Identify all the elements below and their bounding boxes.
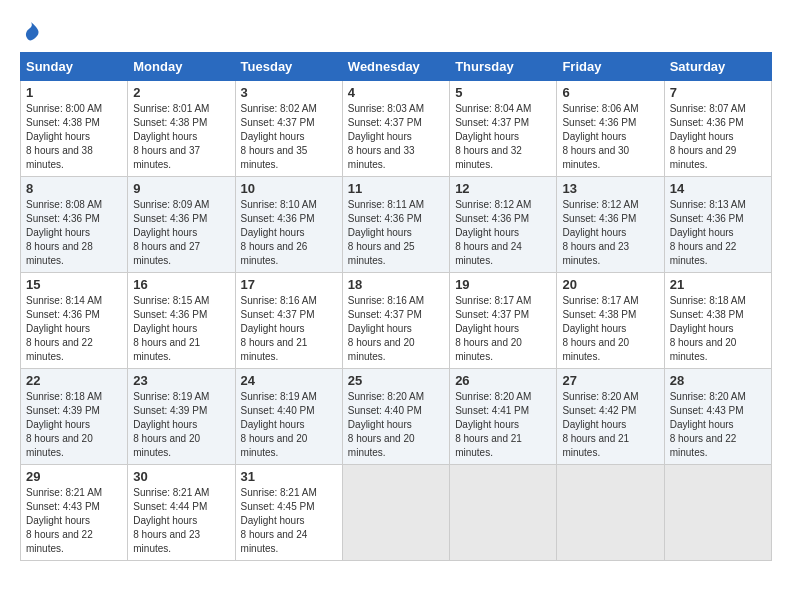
day-number: 13 bbox=[562, 181, 658, 196]
sunset-label: Sunset: 4:40 PM bbox=[241, 405, 315, 416]
day-info: Sunrise: 8:04 AM Sunset: 4:37 PM Dayligh… bbox=[455, 102, 551, 172]
day-number: 31 bbox=[241, 469, 337, 484]
header bbox=[20, 20, 772, 42]
calendar-cell: 23 Sunrise: 8:19 AM Sunset: 4:39 PM Dayl… bbox=[128, 369, 235, 465]
sunset-label: Sunset: 4:39 PM bbox=[26, 405, 100, 416]
calendar-cell: 25 Sunrise: 8:20 AM Sunset: 4:40 PM Dayl… bbox=[342, 369, 449, 465]
sunrise-label: Sunrise: 8:11 AM bbox=[348, 199, 424, 210]
sunrise-label: Sunrise: 8:08 AM bbox=[26, 199, 102, 210]
sunset-label: Sunset: 4:36 PM bbox=[133, 213, 207, 224]
day-info: Sunrise: 8:07 AM Sunset: 4:36 PM Dayligh… bbox=[670, 102, 766, 172]
day-number: 30 bbox=[133, 469, 229, 484]
sunrise-label: Sunrise: 8:16 AM bbox=[241, 295, 317, 306]
day-info: Sunrise: 8:20 AM Sunset: 4:43 PM Dayligh… bbox=[670, 390, 766, 460]
daylight-value: 8 hours and 20 minutes. bbox=[133, 433, 200, 458]
daylight-label: Daylight hours bbox=[133, 227, 197, 238]
daylight-value: 8 hours and 21 minutes. bbox=[455, 433, 522, 458]
day-info: Sunrise: 8:06 AM Sunset: 4:36 PM Dayligh… bbox=[562, 102, 658, 172]
day-number: 7 bbox=[670, 85, 766, 100]
daylight-label: Daylight hours bbox=[562, 227, 626, 238]
sunrise-label: Sunrise: 8:21 AM bbox=[26, 487, 102, 498]
sunrise-label: Sunrise: 8:03 AM bbox=[348, 103, 424, 114]
daylight-label: Daylight hours bbox=[670, 419, 734, 430]
day-number: 25 bbox=[348, 373, 444, 388]
sunset-label: Sunset: 4:37 PM bbox=[455, 117, 529, 128]
daylight-label: Daylight hours bbox=[670, 323, 734, 334]
daylight-label: Daylight hours bbox=[241, 323, 305, 334]
sunrise-label: Sunrise: 8:17 AM bbox=[455, 295, 531, 306]
day-number: 9 bbox=[133, 181, 229, 196]
day-info: Sunrise: 8:19 AM Sunset: 4:40 PM Dayligh… bbox=[241, 390, 337, 460]
logo bbox=[20, 20, 42, 42]
daylight-value: 8 hours and 38 minutes. bbox=[26, 145, 93, 170]
daylight-label: Daylight hours bbox=[348, 419, 412, 430]
sunrise-label: Sunrise: 8:02 AM bbox=[241, 103, 317, 114]
page-container: SundayMondayTuesdayWednesdayThursdayFrid… bbox=[20, 20, 772, 561]
calendar-cell bbox=[557, 465, 664, 561]
daylight-value: 8 hours and 22 minutes. bbox=[26, 529, 93, 554]
calendar-body: 1 Sunrise: 8:00 AM Sunset: 4:38 PM Dayli… bbox=[21, 81, 772, 561]
day-number: 26 bbox=[455, 373, 551, 388]
sunset-label: Sunset: 4:37 PM bbox=[241, 309, 315, 320]
calendar-header: SundayMondayTuesdayWednesdayThursdayFrid… bbox=[21, 53, 772, 81]
day-info: Sunrise: 8:14 AM Sunset: 4:36 PM Dayligh… bbox=[26, 294, 122, 364]
daylight-label: Daylight hours bbox=[26, 419, 90, 430]
daylight-label: Daylight hours bbox=[133, 323, 197, 334]
daylight-label: Daylight hours bbox=[455, 323, 519, 334]
day-number: 20 bbox=[562, 277, 658, 292]
sunset-label: Sunset: 4:37 PM bbox=[348, 117, 422, 128]
sunset-label: Sunset: 4:42 PM bbox=[562, 405, 636, 416]
day-number: 2 bbox=[133, 85, 229, 100]
day-info: Sunrise: 8:20 AM Sunset: 4:40 PM Dayligh… bbox=[348, 390, 444, 460]
day-number: 14 bbox=[670, 181, 766, 196]
calendar-cell bbox=[342, 465, 449, 561]
sunrise-label: Sunrise: 8:14 AM bbox=[26, 295, 102, 306]
day-number: 5 bbox=[455, 85, 551, 100]
sunset-label: Sunset: 4:36 PM bbox=[562, 117, 636, 128]
day-number: 28 bbox=[670, 373, 766, 388]
calendar-cell: 24 Sunrise: 8:19 AM Sunset: 4:40 PM Dayl… bbox=[235, 369, 342, 465]
day-number: 8 bbox=[26, 181, 122, 196]
day-info: Sunrise: 8:16 AM Sunset: 4:37 PM Dayligh… bbox=[348, 294, 444, 364]
daylight-value: 8 hours and 27 minutes. bbox=[133, 241, 200, 266]
weekday-header-tuesday: Tuesday bbox=[235, 53, 342, 81]
sunrise-label: Sunrise: 8:21 AM bbox=[241, 487, 317, 498]
calendar-cell: 26 Sunrise: 8:20 AM Sunset: 4:41 PM Dayl… bbox=[450, 369, 557, 465]
day-info: Sunrise: 8:00 AM Sunset: 4:38 PM Dayligh… bbox=[26, 102, 122, 172]
sunrise-label: Sunrise: 8:20 AM bbox=[348, 391, 424, 402]
day-number: 23 bbox=[133, 373, 229, 388]
day-number: 27 bbox=[562, 373, 658, 388]
day-number: 17 bbox=[241, 277, 337, 292]
daylight-value: 8 hours and 37 minutes. bbox=[133, 145, 200, 170]
daylight-value: 8 hours and 30 minutes. bbox=[562, 145, 629, 170]
daylight-value: 8 hours and 22 minutes. bbox=[670, 241, 737, 266]
calendar-cell: 10 Sunrise: 8:10 AM Sunset: 4:36 PM Dayl… bbox=[235, 177, 342, 273]
daylight-label: Daylight hours bbox=[241, 227, 305, 238]
daylight-value: 8 hours and 24 minutes. bbox=[241, 529, 308, 554]
calendar-cell: 6 Sunrise: 8:06 AM Sunset: 4:36 PM Dayli… bbox=[557, 81, 664, 177]
day-number: 24 bbox=[241, 373, 337, 388]
day-info: Sunrise: 8:11 AM Sunset: 4:36 PM Dayligh… bbox=[348, 198, 444, 268]
calendar-cell bbox=[664, 465, 771, 561]
daylight-value: 8 hours and 22 minutes. bbox=[670, 433, 737, 458]
daylight-label: Daylight hours bbox=[455, 419, 519, 430]
calendar-cell: 20 Sunrise: 8:17 AM Sunset: 4:38 PM Dayl… bbox=[557, 273, 664, 369]
day-info: Sunrise: 8:18 AM Sunset: 4:39 PM Dayligh… bbox=[26, 390, 122, 460]
daylight-label: Daylight hours bbox=[348, 227, 412, 238]
day-number: 15 bbox=[26, 277, 122, 292]
sunrise-label: Sunrise: 8:20 AM bbox=[455, 391, 531, 402]
sunset-label: Sunset: 4:36 PM bbox=[133, 309, 207, 320]
day-info: Sunrise: 8:19 AM Sunset: 4:39 PM Dayligh… bbox=[133, 390, 229, 460]
calendar-cell: 7 Sunrise: 8:07 AM Sunset: 4:36 PM Dayli… bbox=[664, 81, 771, 177]
daylight-value: 8 hours and 20 minutes. bbox=[670, 337, 737, 362]
daylight-label: Daylight hours bbox=[133, 419, 197, 430]
calendar-week-4: 22 Sunrise: 8:18 AM Sunset: 4:39 PM Dayl… bbox=[21, 369, 772, 465]
weekday-header-thursday: Thursday bbox=[450, 53, 557, 81]
sunset-label: Sunset: 4:37 PM bbox=[455, 309, 529, 320]
daylight-value: 8 hours and 25 minutes. bbox=[348, 241, 415, 266]
daylight-value: 8 hours and 20 minutes. bbox=[241, 433, 308, 458]
calendar-cell: 9 Sunrise: 8:09 AM Sunset: 4:36 PM Dayli… bbox=[128, 177, 235, 273]
sunrise-label: Sunrise: 8:09 AM bbox=[133, 199, 209, 210]
daylight-label: Daylight hours bbox=[455, 227, 519, 238]
sunset-label: Sunset: 4:45 PM bbox=[241, 501, 315, 512]
